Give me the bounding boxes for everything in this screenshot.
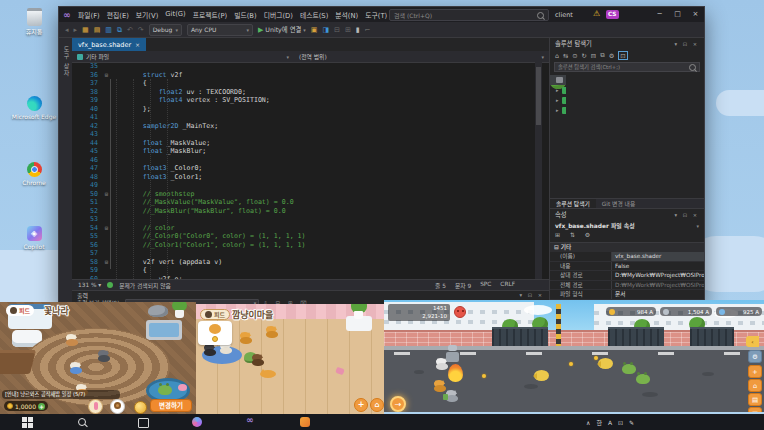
nav-back-icon[interactable]: ◂: [65, 26, 69, 34]
tab-close-icon[interactable]: ×: [135, 41, 140, 48]
health-indicator-icon[interactable]: [107, 282, 113, 288]
cat-sprite[interactable]: [436, 356, 449, 370]
home-button[interactable]: ⌂: [370, 398, 384, 412]
menu-item[interactable]: 테스트(S): [296, 10, 331, 20]
start-button[interactable]: [22, 417, 27, 422]
configuration-dropdown[interactable]: Debug▾: [149, 24, 182, 36]
cat-sprite[interactable]: [446, 388, 459, 402]
taskbar-store-icon[interactable]: [300, 417, 310, 427]
add-button[interactable]: +: [354, 398, 368, 412]
code-line[interactable]: 58⊟ v2f vert (appdata v): [72, 258, 542, 267]
side-button-add[interactable]: +: [748, 365, 762, 378]
feed-button[interactable]: 피드: [200, 309, 230, 320]
settings-button[interactable]: ⚙: [748, 350, 762, 363]
project-node[interactable]: ▸ Assembly-CSharp: [550, 85, 566, 95]
editor-scrollbar[interactable]: [535, 62, 542, 279]
puffer-enemy[interactable]: [534, 370, 549, 381]
chevron-right-icon[interactable]: ▸: [556, 107, 559, 113]
panel-controls[interactable]: ▾ ⊡ ×: [674, 41, 699, 47]
refresh-icon[interactable]: ↻: [582, 52, 587, 59]
quest-bubble[interactable]: [198, 321, 232, 345]
treat-button[interactable]: [88, 399, 103, 414]
snail-button[interactable]: [110, 399, 125, 414]
tab-vfx-base-shader[interactable]: vfx_base.shader ×: [72, 38, 146, 51]
status-eol[interactable]: CRLF: [500, 281, 515, 290]
close-button[interactable]: ×: [687, 7, 704, 22]
collapse-all-icon[interactable]: ⊟: [591, 52, 596, 59]
cat-sprite[interactable]: [98, 348, 111, 362]
find-icon[interactable]: ▣: [311, 26, 318, 34]
code-line[interactable]: 53: [72, 215, 542, 224]
open-folder-icon[interactable]: ▤: [94, 26, 101, 34]
coin-button[interactable]: [134, 401, 147, 414]
quick-search-box[interactable]: 검색 (Ctrl+Q): [389, 9, 549, 21]
panel-controls[interactable]: ▾ ⊡ ×: [674, 212, 699, 218]
chevron-right-icon[interactable]: ▸: [556, 97, 559, 103]
side-button-gift[interactable]: ▣: [748, 407, 762, 412]
tray-icon[interactable]: 한: [596, 418, 602, 427]
indent-icon[interactable]: ⊞: [345, 26, 351, 34]
redo-icon[interactable]: ↷: [138, 26, 144, 34]
cat-sprite[interactable]: [66, 332, 79, 346]
warning-icon[interactable]: ⚠: [593, 9, 600, 18]
frog-enemy[interactable]: [622, 364, 636, 374]
code-line[interactable]: 49: [72, 181, 542, 190]
coin-drop[interactable]: [569, 362, 573, 366]
tab-solution-explorer[interactable]: 솔루션 탐색기: [550, 199, 596, 208]
code-line[interactable]: 37 {: [72, 79, 542, 88]
account-name[interactable]: client: [555, 11, 573, 19]
solution-search-input[interactable]: 솔루션 탐색기 검색(Ctrl+;): [554, 62, 700, 72]
menu-item[interactable]: Git(G): [162, 10, 189, 20]
platform-dropdown[interactable]: Any CPU▾: [187, 24, 253, 36]
code-line[interactable]: 41: [72, 113, 542, 122]
tray-icon[interactable]: A: [608, 419, 612, 426]
menu-item[interactable]: 프로젝트(P): [189, 10, 230, 20]
property-row[interactable]: 파일 형식 문서: [550, 290, 704, 300]
menu-item[interactable]: 보기(V): [132, 10, 161, 20]
code-line[interactable]: 36⊟ struct v2f: [72, 71, 542, 80]
code-line[interactable]: 55 //_Color0("Color0", color) = (1, 1, 1…: [72, 232, 542, 241]
code-line[interactable]: 43: [72, 130, 542, 139]
code-line[interactable]: 44 float _MaskValue;: [72, 139, 542, 148]
code-line[interactable]: 40 };: [72, 105, 542, 114]
notice-ticker[interactable]: [안내] 냥르와즈 공작새밥 일정 (5/7): [2, 390, 120, 399]
code-line[interactable]: 59 {: [72, 266, 542, 275]
preview-selected-icon[interactable]: ⊡: [618, 51, 627, 60]
property-row[interactable]: 내용 False: [550, 262, 704, 272]
code-line[interactable]: 46: [72, 156, 542, 165]
save-all-icon[interactable]: ⧉: [117, 26, 122, 34]
navbar-scope-dropdown[interactable]: (전역 범위) ▾: [294, 51, 549, 62]
comment-icon[interactable]: ⌐: [365, 26, 371, 34]
property-row[interactable]: (이름) vfx_base.shader: [550, 252, 704, 262]
toolbox-vertical-tab[interactable]: 도구 상자: [59, 38, 73, 306]
home-icon[interactable]: ⌂: [555, 52, 559, 59]
task-view-icon[interactable]: [138, 418, 149, 428]
code-line[interactable]: 35: [72, 62, 542, 71]
side-button-list[interactable]: ▤: [748, 393, 762, 406]
code-line[interactable]: 38 float2 uv : TEXCOORD0;: [72, 88, 542, 97]
menu-item[interactable]: 도구(T): [362, 10, 391, 20]
panel-controls[interactable]: ▾ ⊡ ×: [519, 292, 544, 298]
navbar-project-dropdown[interactable]: 기타 파일 ▾: [72, 51, 294, 62]
properties-icon[interactable]: ⚙: [609, 52, 615, 59]
code-editor[interactable]: 35 36⊟ struct v2f37 {38 float2 uv : TEXC…: [72, 62, 542, 279]
save-icon[interactable]: ▥: [105, 26, 112, 34]
property-category[interactable]: ⊟ 기타: [550, 243, 704, 252]
properties-toolbar[interactable]: ⊞ ⇅ ⚙: [550, 231, 704, 241]
code-line[interactable]: 47 float3 _Color0;: [72, 164, 542, 173]
cs-badge[interactable]: CS: [606, 10, 619, 19]
resource-fish[interactable]: 1,504 A: [660, 307, 712, 316]
collapse-sidebar-tab[interactable]: ‹: [746, 336, 759, 347]
nav-forward-icon[interactable]: ▸: [74, 26, 78, 34]
resource-feather[interactable]: 925 A: [716, 307, 762, 316]
taskbar-visual-studio-icon[interactable]: ∞: [246, 415, 254, 425]
kitten-sprite[interactable]: [240, 330, 253, 344]
menu-item[interactable]: 디버그(D): [260, 10, 296, 20]
menu-item[interactable]: 파일(F): [75, 10, 104, 20]
feed-button[interactable]: 피드: [6, 305, 34, 316]
tray-icon[interactable]: ∧: [586, 419, 590, 426]
solution-node[interactable]: 솔루션 'client' (3/3개 프로젝트): [550, 75, 566, 85]
desktop-icon-chrome[interactable]: Chrome: [10, 162, 58, 186]
frog-enemy[interactable]: [636, 374, 650, 384]
enemy-badge-icon[interactable]: [454, 306, 466, 318]
